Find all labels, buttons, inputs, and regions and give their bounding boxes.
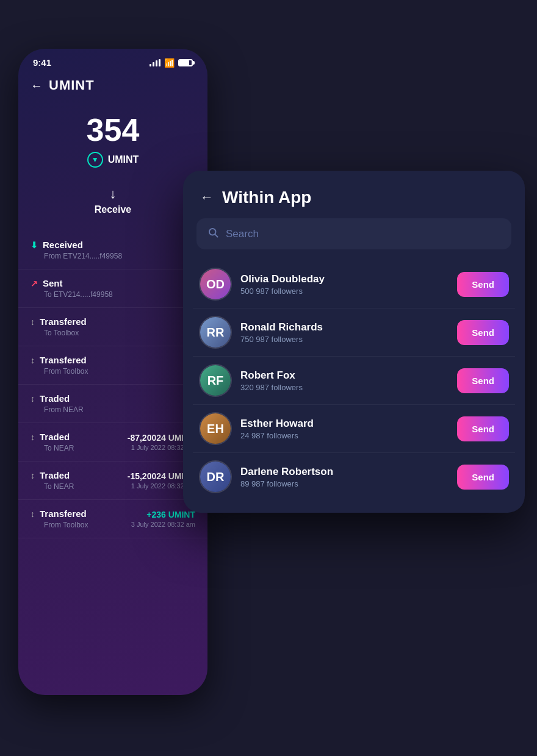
tx-left: ⬇ Received From ETV214.....f49958 xyxy=(31,240,122,260)
send-button[interactable]: Send xyxy=(457,465,509,490)
user-name: Esther Howard xyxy=(240,418,449,430)
user-followers: 89 987 followers xyxy=(240,479,449,488)
balance-section: 354 ▼ UMINT xyxy=(18,99,207,174)
tx-item[interactable]: ↕ Transfered From Toolbox +236 UMINT 3 J… xyxy=(18,500,207,538)
tx-item[interactable]: ⬇ Received From ETV214.....f49958 xyxy=(18,231,207,269)
user-avatar: RF xyxy=(199,364,232,397)
user-avatar: OD xyxy=(199,268,232,301)
tx-icon: ↕ xyxy=(31,432,35,442)
user-avatar: EH xyxy=(199,412,232,445)
user-item: RR Ronald Richards 750 987 followers Sen… xyxy=(193,308,515,357)
user-name: Darlene Robertson xyxy=(240,466,449,478)
user-avatar: RR xyxy=(199,316,232,349)
search-icon xyxy=(207,227,218,241)
tx-right: +236 UMINT 3 July 2022 08:32 am xyxy=(131,510,195,528)
tx-icon: ↕ xyxy=(31,394,35,404)
user-info: Darlene Robertson 89 987 followers xyxy=(240,466,449,488)
card-header: ← Within App xyxy=(183,171,525,218)
status-icons: 📶 xyxy=(150,58,193,68)
tx-type-label: Traded xyxy=(40,393,70,404)
user-name: Olivia Doubleday xyxy=(240,273,449,285)
transaction-list: ⬇ Received From ETV214.....f49958 ↗ Sent… xyxy=(18,225,207,544)
user-followers: 320 987 followers xyxy=(240,383,449,392)
tx-left: ↕ Traded To NEAR xyxy=(31,470,74,491)
user-item: OD Olivia Doubleday 500 987 followers Se… xyxy=(193,260,515,308)
tx-sub: From Toolbox xyxy=(31,521,88,529)
tx-type-label: Transfered xyxy=(40,355,87,365)
card-title: Within App xyxy=(222,188,311,207)
user-info: Robert Fox 320 987 followers xyxy=(240,369,449,392)
tx-left: ↕ Traded To NEAR xyxy=(31,432,74,452)
receive-icon: ↓ xyxy=(110,186,117,202)
tx-type-label: Traded xyxy=(40,470,70,480)
tx-icon: ↗ xyxy=(31,279,38,288)
avatar-placeholder: RF xyxy=(200,365,231,396)
back-button[interactable]: ← xyxy=(31,79,43,93)
tx-icon: ⬇ xyxy=(31,240,38,250)
tx-type-label: Traded xyxy=(40,432,70,442)
tx-sub: To NEAR xyxy=(31,444,74,452)
tx-type: ↕ Transfered xyxy=(31,508,88,519)
send-button[interactable]: Send xyxy=(457,368,509,393)
tx-item[interactable]: ↕ Traded To NEAR -87,20024 UMINT 1 July … xyxy=(18,423,207,462)
send-button[interactable]: Send xyxy=(457,416,509,441)
avatar-placeholder: DR xyxy=(200,462,231,492)
tx-icon: ↕ xyxy=(31,317,35,327)
receive-label: Receive xyxy=(95,204,132,215)
tx-icon: ↕ xyxy=(31,471,35,480)
avatar-placeholder: RR xyxy=(200,317,231,348)
user-info: Ronald Richards 750 987 followers xyxy=(240,321,449,344)
send-button[interactable]: Send xyxy=(457,320,509,345)
tx-left: ↕ Transfered From Toolbox xyxy=(31,355,88,376)
tx-left: ↕ Traded From NEAR xyxy=(31,393,84,414)
tx-left: ↗ Sent To ETV214.....f49958 xyxy=(31,278,113,299)
tx-type: ↕ Traded xyxy=(31,393,84,404)
tx-sub: From NEAR xyxy=(31,405,84,414)
receive-section[interactable]: ↓ Receive xyxy=(18,186,207,225)
status-bar: 9:41 📶 xyxy=(18,49,207,68)
send-button[interactable]: Send xyxy=(457,272,509,297)
tx-date: 3 July 2022 08:32 am xyxy=(131,521,195,528)
tx-type-label: Sent xyxy=(43,278,63,288)
user-followers: 500 987 followers xyxy=(240,287,449,296)
card-back-button[interactable]: ← xyxy=(200,190,214,205)
tx-type: ↕ Transfered xyxy=(31,316,87,327)
user-followers: 750 987 followers xyxy=(240,335,449,344)
search-placeholder: Search xyxy=(226,228,259,240)
tx-sub: From ETV214.....f49958 xyxy=(31,252,122,260)
user-followers: 24 987 followers xyxy=(240,431,449,440)
tx-left: ↕ Transfered From Toolbox xyxy=(31,508,88,529)
user-list: OD Olivia Doubleday 500 987 followers Se… xyxy=(183,260,525,513)
phone-header: ← UMINT xyxy=(18,68,207,99)
tx-type: ↕ Transfered xyxy=(31,355,88,365)
tx-item[interactable]: ↕ Transfered To Toolbox xyxy=(18,308,207,346)
user-avatar: DR xyxy=(199,460,232,493)
tx-left: ↕ Transfered To Toolbox xyxy=(31,316,87,337)
tx-item[interactable]: ↕ Traded From NEAR xyxy=(18,385,207,423)
within-app-card: ← Within App Search OD Olivia Doubleday … xyxy=(183,171,525,513)
phone-title: UMINT xyxy=(49,77,95,93)
wifi-icon: 📶 xyxy=(164,58,175,68)
user-name: Ronald Richards xyxy=(240,321,449,333)
time: 9:41 xyxy=(33,57,51,68)
user-info: Olivia Doubleday 500 987 followers xyxy=(240,273,449,296)
tx-amount: +236 UMINT xyxy=(131,510,195,519)
token-badge: ▼ UMINT xyxy=(87,152,139,168)
token-icon: ▼ xyxy=(87,152,103,168)
tx-sub: To NEAR xyxy=(31,482,74,491)
tx-icon: ↕ xyxy=(31,355,35,365)
tx-type: ↗ Sent xyxy=(31,278,113,288)
user-name: Robert Fox xyxy=(240,369,449,382)
search-bar[interactable]: Search xyxy=(196,218,511,249)
tx-sub: To ETV214.....f49958 xyxy=(31,290,113,299)
tx-item[interactable]: ↗ Sent To ETV214.....f49958 xyxy=(18,269,207,308)
tx-type-label: Transfered xyxy=(40,316,87,327)
tx-sub: To Toolbox xyxy=(31,329,87,337)
tx-type-label: Transfered xyxy=(40,508,87,519)
tx-item[interactable]: ↕ Traded To NEAR -15,20024 UMINT 1 July … xyxy=(18,462,207,500)
signal-icon xyxy=(150,59,160,66)
user-item: DR Darlene Robertson 89 987 followers Se… xyxy=(193,453,515,501)
user-info: Esther Howard 24 987 followers xyxy=(240,418,449,440)
tx-item[interactable]: ↕ Transfered From Toolbox xyxy=(18,346,207,385)
svg-line-1 xyxy=(215,234,217,237)
